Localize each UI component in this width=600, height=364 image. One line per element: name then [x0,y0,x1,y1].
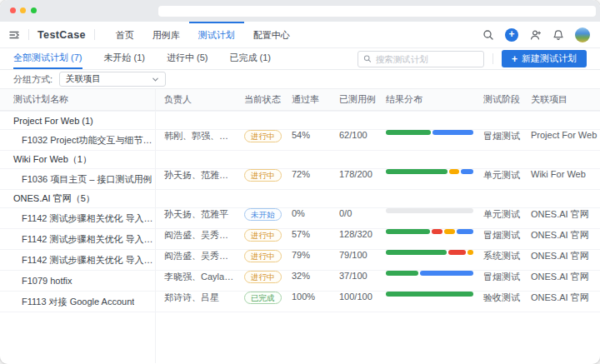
column-header[interactable]: 当前状态 [236,93,283,106]
result-segment-blue [461,169,473,174]
pass-rate: 100% [283,292,331,312]
result-segment-red [432,229,442,234]
test-plan-table: 测试计划名称负责人当前状态通过率已测用例结果分布测试阶段关联项目 Project… [0,88,600,363]
group-row[interactable]: Project For Web (1) [0,111,600,129]
tab-not-started[interactable]: 未开始 (1) [104,48,146,69]
plan-title[interactable]: F1142 测试步骤相关优化 导入第二轮 [22,212,155,225]
browser-window: TestCase 首页用例库测试计划配置中心 + [0,0,600,364]
plan-title-cell: F1079 hotfix [0,271,156,291]
result-distribution-cell [378,169,475,189]
group-row[interactable]: Wiki For Web（1） [0,150,600,168]
related-project: ONES.AI 官网 [522,229,600,249]
related-project: ONES.AI 官网 [522,292,600,312]
table-empty-area [0,312,600,363]
plan-owners: 孙天扬、范雅平 [156,208,236,228]
related-project: Wiki For Web [522,169,600,189]
plan-owners: 阎浩盛、吴秀平、朱俊平 [156,229,236,249]
column-header[interactable]: 关联项目 [522,93,600,106]
plan-status-cell: 进行中 [236,229,283,249]
result-distribution-cell [378,271,475,291]
plan-title[interactable]: F1142 测试步骤相关优化 导入集成测试 [22,233,155,246]
test-stage: 系统测试 [475,250,522,270]
divider [492,53,493,64]
related-project: ONES.AI 官网 [522,271,600,291]
header-actions: + [482,22,590,47]
plan-row[interactable]: F1032 Project功能交互与细节优化–冒烟用例...韩刚、郭强、马国清扬… [0,129,600,150]
result-distribution-cell [378,130,475,150]
tested-cases: 79/100 [331,250,378,270]
result-distribution-bar [386,271,473,276]
minimize-window-button[interactable] [20,7,26,13]
notification-icon[interactable] [552,29,564,41]
result-segment-green [386,292,473,297]
test-stage: 冒烟测试 [475,271,522,291]
plan-title[interactable]: F1142 测试步骤相关优化 导入冒烟测试 [22,254,155,267]
plan-title-cell: F1142 测试步骤相关优化 导入冒烟测试 [0,250,156,270]
pass-rate: 79% [283,250,331,270]
plan-row[interactable]: F1036 项目主页 – 接口测试用例孙天扬、范雅平、李小东进行中72%178/… [0,168,600,189]
plan-owners: 韩刚、郭强、马国清扬... [156,130,236,150]
column-header[interactable]: 通过率 [283,93,331,106]
group-by-select[interactable]: 关联项目 [59,72,166,87]
plan-title-cell: F1142 测试步骤相关优化 导入第二轮 [0,208,156,228]
column-header[interactable]: 测试阶段 [475,93,522,106]
pass-rate: 32% [283,271,331,291]
table-body: Project For Web (1)F1032 Project功能交互与细节优… [0,111,600,312]
test-stage: 单元测试 [475,169,522,189]
result-segment-blue [420,271,473,276]
result-segment-orange [449,169,459,174]
column-header[interactable]: 结果分布 [378,93,475,106]
browser-address-bar[interactable] [158,6,596,17]
column-header[interactable]: 负责人 [156,93,236,106]
plan-search-input[interactable] [376,54,478,64]
plan-owners: 孙天扬、范雅平、李小东 [156,169,236,189]
nav-item-test-plan[interactable]: 测试计划 [189,22,244,47]
group-name: Wiki For Web（1） [0,151,156,168]
group-row[interactable]: ONES.AI 官网（5） [0,189,600,207]
chevron-down-icon [152,76,159,83]
invite-member-icon[interactable] [529,29,542,41]
tested-cases: 0/0 [331,208,378,228]
plan-status-cell: 未开始 [236,208,283,228]
nav-item-home[interactable]: 首页 [107,22,143,47]
tested-cases: 178/200 [331,169,378,189]
status-badge: 进行中 [244,169,282,182]
column-header[interactable]: 已测用例 [331,93,378,106]
plan-row[interactable]: F1142 测试步骤相关优化 导入冒烟测试阎浩盛、吴秀平、朱俊平进行中79%79… [0,249,600,270]
plan-row[interactable]: F1079 hotfix李晓强、Cayla Brister进行中32%37/10… [0,270,600,291]
collapse-sidebar-icon[interactable] [8,29,20,41]
filter-row: 分组方式: 关联项目 [0,70,600,88]
tab-in-progress[interactable]: 进行中 (5) [167,48,208,69]
plan-title[interactable]: F1032 Project功能交互与细节优化–冒烟用例... [22,134,155,147]
result-segment-red [448,250,466,255]
column-header[interactable]: 测试计划名称 [0,89,156,110]
result-distribution-bar [386,250,473,255]
status-badge: 已完成 [244,292,282,304]
nav-item-config-center[interactable]: 配置中心 [244,22,299,47]
new-test-plan-button[interactable]: + 新建测试计划 [502,50,587,67]
nav-item-case-library[interactable]: 用例库 [143,22,189,47]
status-badge: 进行中 [244,130,282,142]
tab-all[interactable]: 全部测试计划 (7) [13,48,82,69]
status-badge: 未开始 [244,208,282,221]
plan-title[interactable]: F1036 项目主页 – 接口测试用例 [22,173,152,186]
tab-done[interactable]: 已完成 (1) [230,48,272,69]
plan-owners: 阎浩盛、吴秀平、朱俊平 [156,250,236,270]
close-window-button[interactable] [10,7,16,13]
plan-row[interactable]: F1142 测试步骤相关优化 导入第二轮孙天扬、范雅平未开始0%0/0单元测试O… [0,207,600,228]
plan-tabs-row: 全部测试计划 (7)未开始 (1)进行中 (5)已完成 (1) + 新建测试计划 [0,48,600,70]
result-segment-green [386,229,430,234]
result-distribution-cell [378,250,475,270]
user-avatar[interactable] [575,27,590,42]
maximize-window-button[interactable] [31,7,37,13]
plan-title[interactable]: F1113 对接 Google Account [22,296,134,308]
plan-row[interactable]: F1113 对接 Google Account郑诗诗、吕星已完成100%100/… [0,291,600,312]
plan-title[interactable]: F1079 hotfix [22,276,72,286]
plan-row[interactable]: F1142 测试步骤相关优化 导入集成测试阎浩盛、吴秀平、朱俊平进行中57%12… [0,228,600,249]
result-distribution-cell [378,208,475,228]
related-project: Project For Web [522,130,600,150]
test-stage: 冒烟测试 [475,130,522,150]
create-icon[interactable]: + [505,28,518,42]
pass-rate: 0% [283,208,331,228]
search-icon[interactable] [482,29,494,41]
